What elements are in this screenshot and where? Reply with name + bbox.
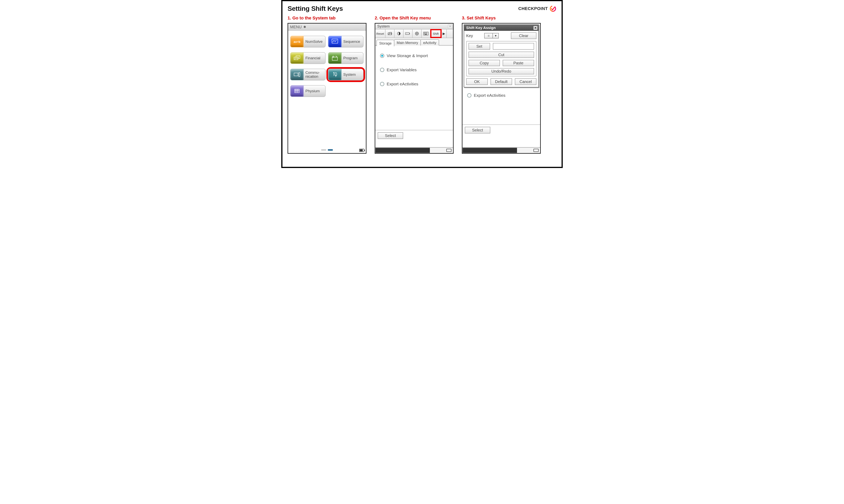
app-sequence[interactable]: Sequence (328, 36, 363, 48)
power-icon[interactable]: + − (403, 30, 413, 38)
system-window-title-bar: System ✕ (375, 23, 453, 30)
svg-text:€: € (298, 56, 299, 58)
group-set: Set Cut Copy Paste Undo/Redo (466, 41, 536, 76)
dialog-title: Shift Key Assign (466, 26, 496, 30)
app-financial-label: Financial (304, 52, 326, 64)
cancel-button[interactable]: Cancel (515, 78, 536, 85)
system-tabs: Storage Main Memory eActivity (375, 38, 453, 46)
select-button[interactable]: Select (465, 127, 490, 133)
svg-rect-6 (332, 57, 338, 60)
battery-icon (534, 149, 539, 152)
system-toolbar: Reset + − Shift (375, 30, 453, 38)
panel-3-frame: Shift Key Assign ✕ Key = ▼ (462, 23, 541, 154)
keyboard-icon[interactable] (421, 30, 431, 38)
ok-button[interactable]: OK (466, 78, 488, 85)
option-export-eactivities[interactable]: Export eActivities (380, 82, 450, 86)
svg-rect-21 (424, 33, 425, 34)
app-system[interactable]: System (328, 69, 363, 80)
checkpoint-logo-icon (550, 5, 556, 12)
app-program[interactable]: Program (328, 52, 363, 64)
status-bar: English (375, 147, 453, 153)
financial-icon: $€ (290, 52, 304, 64)
numsolve-icon: ax=b (290, 36, 304, 48)
app-communication[interactable]: Commu- nication (290, 69, 326, 80)
tab-eactivity[interactable]: eActivity (420, 39, 439, 46)
app-numsolve[interactable]: ax=b NumSolve (290, 36, 326, 48)
key-label: Key (466, 34, 473, 38)
toolbar-more-icon[interactable]: ▶ (441, 30, 447, 38)
svg-rect-25 (425, 34, 427, 35)
cut-button[interactable]: Cut (468, 52, 534, 58)
app-sequence-label: Sequence (342, 36, 363, 48)
page-dot-1[interactable] (321, 149, 326, 151)
option-export-variables[interactable]: Export Variables (380, 68, 450, 72)
option-export-eactivities-label: Export eActivities (387, 82, 418, 86)
app-physium-label: Physium (304, 85, 326, 97)
page-indicator (321, 149, 333, 151)
status-bar: Assigned to: Copy (463, 147, 540, 153)
set-text-field[interactable] (493, 43, 534, 50)
clear-button[interactable]: Clear (511, 32, 536, 39)
tab-main-memory[interactable]: Main Memory (394, 39, 421, 46)
shift-key-assign-dialog: Shift Key Assign ✕ Key = ▼ (464, 24, 539, 88)
program-icon (328, 52, 342, 64)
communication-icon (290, 69, 304, 80)
svg-rect-19 (426, 33, 426, 33)
gear-icon (303, 25, 306, 29)
numsolve-icon-text: ax=b (294, 40, 301, 43)
panel-2-frame: System ✕ Reset + − (375, 23, 454, 154)
option-view-import[interactable]: View Storage & Import (380, 53, 450, 58)
radio-empty-icon (380, 68, 384, 72)
radio-empty-icon (467, 93, 471, 97)
dialog-title-bar: Shift Key Assign ✕ (464, 25, 538, 31)
system-icon (328, 69, 342, 80)
close-icon[interactable]: ✕ (533, 26, 538, 30)
svg-rect-13 (409, 33, 410, 34)
default-button[interactable]: Default (490, 78, 512, 85)
svg-rect-20 (427, 33, 427, 33)
menu-label: MENU (290, 25, 302, 29)
svg-rect-24 (427, 33, 427, 34)
app-communication-label: Commu- nication (304, 69, 326, 80)
svg-rect-9 (299, 73, 300, 76)
option-export-variables-label: Export Variables (387, 68, 417, 72)
panel-1-frame: MENU ax=b NumSolve (288, 23, 366, 154)
option-export-eactivities[interactable]: Export eActivities (467, 93, 537, 98)
key-dropdown-value: = (485, 33, 493, 38)
svg-text:$: $ (294, 58, 295, 59)
folder-icon[interactable] (385, 30, 395, 38)
app-financial[interactable]: $€ Financial (290, 52, 326, 64)
svg-rect-22 (425, 33, 426, 34)
step-3-title: 3. Set Shift Keys (462, 16, 541, 21)
shift-button[interactable]: Shift (431, 30, 441, 38)
menu-header: MENU (288, 23, 366, 31)
key-dropdown[interactable]: = ▼ (484, 33, 499, 38)
svg-rect-8 (294, 73, 298, 76)
brand-text: CHECKPOINT (518, 6, 548, 11)
panel-3-background-pane: Export eActivities (463, 88, 540, 98)
radio-empty-icon (380, 82, 384, 86)
app-numsolve-label: NumSolve (304, 36, 326, 48)
step-1-title: 1. Go to the System tab (288, 16, 366, 21)
select-button[interactable]: Select (378, 132, 403, 139)
step-2-title: 2. Open the Shift Key menu (375, 16, 454, 21)
svg-text:+ −: + − (406, 33, 408, 34)
option-export-eactivities-label: Export eActivities (474, 93, 505, 98)
app-physium[interactable]: Physium (290, 85, 326, 97)
radio-selected-icon (380, 54, 384, 58)
copy-button[interactable]: Copy (468, 60, 500, 66)
svg-rect-23 (426, 33, 426, 34)
paste-button[interactable]: Paste (503, 60, 534, 66)
undo-redo-button[interactable]: Undo/Redo (468, 68, 534, 74)
page-dot-2[interactable] (328, 149, 333, 151)
close-icon[interactable]: ✕ (448, 24, 452, 29)
reset-button[interactable]: Reset (375, 30, 385, 38)
system-window-title: System (377, 24, 390, 29)
contrast-icon[interactable] (395, 30, 403, 38)
page-title: Setting Shift Keys (288, 5, 343, 12)
set-button[interactable]: Set (468, 43, 490, 50)
battery-icon (359, 149, 364, 152)
tab-storage[interactable]: Storage (376, 40, 394, 46)
globe-icon[interactable] (413, 30, 421, 38)
sequence-icon (328, 36, 342, 48)
